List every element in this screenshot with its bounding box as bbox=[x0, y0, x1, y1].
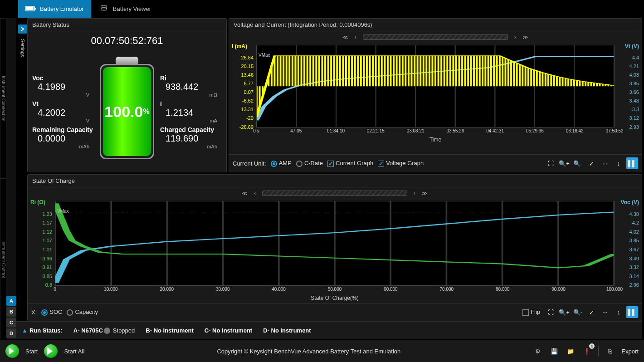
nav-prev-button[interactable]: ‹ bbox=[254, 190, 256, 196]
gear-icon[interactable]: ⚙ bbox=[533, 346, 543, 356]
start-all-button[interactable] bbox=[44, 344, 58, 358]
ri-label: Ri bbox=[160, 74, 222, 82]
tab-label: Battery Emulator bbox=[40, 5, 84, 12]
radio-soc[interactable]: SOC bbox=[41, 308, 62, 316]
fit-y-icon[interactable]: ↕ bbox=[613, 157, 624, 169]
zoom-area-icon[interactable]: ⛶ bbox=[545, 306, 556, 318]
voc-label: Voc bbox=[32, 74, 94, 82]
fit-x-icon[interactable]: ↔ bbox=[599, 157, 611, 169]
nav-scrollbar[interactable] bbox=[262, 191, 407, 196]
nav-scrollbar[interactable] bbox=[363, 34, 508, 40]
chevron-right-icon bbox=[20, 27, 25, 31]
rail-instrument-connection[interactable]: Instrument Connection bbox=[0, 18, 6, 179]
fit-y-icon[interactable]: ↕ bbox=[613, 306, 624, 318]
channel-d[interactable]: D bbox=[6, 328, 16, 338]
zoom-in-icon[interactable]: 🔍+ bbox=[558, 306, 570, 318]
radio-capacity[interactable]: Capacity bbox=[67, 308, 98, 316]
left-rail: Instrument Connection Instrument Control bbox=[0, 18, 6, 339]
remaining-label: Remaining Capacity bbox=[32, 126, 94, 133]
channel-a[interactable]: A bbox=[6, 296, 16, 306]
nav-prev-button[interactable]: ‹ bbox=[355, 34, 356, 40]
panel-header: State Of Charge bbox=[28, 175, 642, 187]
soc-controls: X: SOC Capacity Flip ⛶ 🔍+ 🔍- ⤢ ↔ ↕ ▌▌ bbox=[28, 303, 642, 321]
run-status-bar: ▲Run Status: A- N6705CStopped B- No Inst… bbox=[16, 321, 642, 339]
zoom-out-icon[interactable]: 🔍- bbox=[572, 306, 584, 318]
battery-icon bbox=[25, 5, 36, 12]
voc-value: 4.1989V bbox=[32, 82, 94, 92]
alert-icon[interactable]: ❗ bbox=[582, 346, 592, 356]
nav-next-button[interactable]: › bbox=[414, 190, 415, 196]
fit-icon[interactable]: ⤢ bbox=[585, 157, 597, 169]
svg-rect-2 bbox=[26, 7, 34, 10]
vt-value: 4.2002V bbox=[32, 108, 94, 118]
run-status-a: A- N6705CStopped bbox=[73, 327, 135, 334]
vi-plot[interactable]: I (mA)26.8420.1513.466.770.07-6.62-13.31… bbox=[232, 43, 639, 143]
charged-value: 119.690mAh bbox=[160, 133, 222, 144]
svg-rect-1 bbox=[34, 8, 36, 10]
radio-crate[interactable]: C-Rate bbox=[296, 160, 323, 167]
fit-x-icon[interactable]: ↔ bbox=[599, 306, 611, 318]
fit-icon[interactable]: ⤢ bbox=[585, 306, 597, 318]
footer-bar: Start Start All Copyright © Keysight Ben… bbox=[0, 339, 644, 362]
elapsed-time: 00.07:50:52:761 bbox=[32, 33, 222, 51]
nav-first-button[interactable]: ≪ bbox=[242, 190, 248, 196]
tab-label: Battery Viewer bbox=[113, 5, 151, 12]
expand-icon[interactable]: ▲ bbox=[22, 327, 28, 334]
remaining-value: 0.0000mAh bbox=[32, 133, 94, 144]
radio-amp[interactable]: AMP bbox=[271, 160, 292, 167]
rail-instrument-control[interactable]: Instrument Control bbox=[0, 179, 6, 339]
panel-header: Battery Status bbox=[28, 19, 226, 31]
tab-battery-emulator[interactable]: Battery Emulator bbox=[18, 0, 91, 18]
start-button[interactable] bbox=[5, 344, 19, 358]
svg-point-3 bbox=[101, 5, 107, 8]
zoom-in-icon[interactable]: 🔍+ bbox=[558, 157, 570, 169]
nav-next-button[interactable]: › bbox=[514, 34, 516, 40]
zoom-out-icon[interactable]: 🔍- bbox=[572, 157, 584, 169]
battery-status-panel: Battery Status 00.07:50:52:761 Voc 4.198… bbox=[27, 18, 227, 172]
time-nav-strip: ≪ ‹ › ≫ bbox=[232, 33, 639, 41]
battery-graphic: 100.0% bbox=[98, 57, 156, 161]
export-label: Export bbox=[621, 348, 639, 355]
check-current-graph[interactable]: Current Graph bbox=[327, 160, 373, 167]
vi-chart-panel: Voltage and Current (Integration Period:… bbox=[229, 18, 642, 172]
top-tab-bar: Battery Emulator Battery Viewer bbox=[0, 0, 644, 18]
database-icon bbox=[98, 5, 109, 12]
nav-first-button[interactable]: ≪ bbox=[342, 34, 348, 40]
zoom-area-icon[interactable]: ⛶ bbox=[545, 157, 556, 169]
folder-icon[interactable]: 📁 bbox=[566, 346, 576, 356]
live-icon[interactable]: ▌▌ bbox=[626, 157, 638, 169]
vi-controls: Current Unit: AMP C-Rate Current Graph V… bbox=[229, 154, 642, 172]
save-icon[interactable]: 💾 bbox=[549, 346, 559, 356]
soc-plot[interactable]: Ri (Ω)1.231.171.121.071.010.960.910.850.… bbox=[30, 199, 639, 301]
run-status-d: D- No Instrument bbox=[263, 327, 311, 334]
nav-last-button[interactable]: ≫ bbox=[422, 190, 428, 196]
panel-header: Voltage and Current (Integration Period:… bbox=[229, 19, 642, 31]
run-status-b: B- No Instrument bbox=[146, 327, 193, 334]
run-status-c: C- No Instrument bbox=[205, 327, 252, 334]
channel-rail: A B C D bbox=[6, 18, 16, 339]
nav-last-button[interactable]: ≫ bbox=[522, 34, 528, 40]
ri-value: 938.442mΩ bbox=[160, 82, 222, 92]
vt-label: Vt bbox=[32, 100, 94, 108]
i-value: 1.2134mA bbox=[160, 108, 222, 118]
i-label: I bbox=[160, 100, 222, 108]
charged-label: Charged Capacity bbox=[160, 126, 222, 133]
export-icon[interactable]: ⎘ bbox=[605, 346, 615, 356]
copyright-text: Copyright © Keysight BenchVue Advanced B… bbox=[217, 348, 400, 355]
soc-nav-strip: ≪ ‹ › ≫ bbox=[30, 189, 639, 197]
check-flip[interactable]: Flip bbox=[522, 308, 540, 316]
collapse-settings-button[interactable] bbox=[18, 24, 27, 34]
tab-battery-viewer[interactable]: Battery Viewer bbox=[91, 0, 158, 18]
channel-c[interactable]: C bbox=[6, 318, 16, 328]
check-voltage-graph[interactable]: Voltage Graph bbox=[378, 160, 424, 167]
live-icon[interactable]: ▌▌ bbox=[626, 306, 638, 318]
channel-b[interactable]: B bbox=[6, 307, 16, 317]
soc-chart-panel: State Of Charge ≪ ‹ › ≫ Ri (Ω)1.231.171.… bbox=[27, 174, 642, 321]
